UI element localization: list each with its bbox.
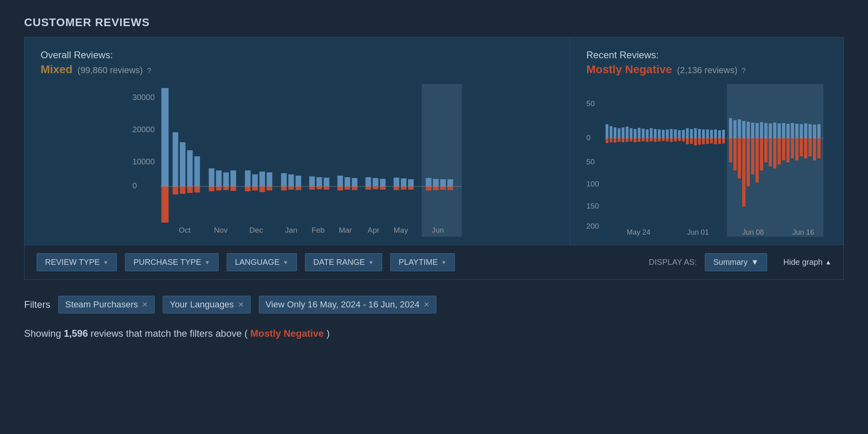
svg-rect-133 (630, 138, 633, 141)
svg-rect-44 (231, 186, 236, 191)
svg-rect-51 (296, 186, 301, 190)
svg-rect-36 (162, 186, 169, 223)
svg-rect-109 (742, 121, 745, 138)
svg-rect-25 (352, 178, 358, 186)
purchase-type-button[interactable]: PURCHASE TYPE ▼ (125, 253, 218, 271)
svg-rect-146 (682, 138, 685, 141)
svg-rect-134 (634, 138, 637, 142)
svg-rect-162 (795, 138, 798, 160)
display-select[interactable]: Summary ▼ (705, 253, 767, 271)
svg-rect-114 (764, 123, 768, 138)
svg-rect-60 (380, 186, 386, 190)
svg-rect-93 (634, 129, 637, 138)
svg-rect-12 (231, 170, 236, 186)
recent-chart-header: Recent Reviews: Mostly Negative (2,136 r… (586, 49, 827, 76)
showing-score: Mostly Negative (250, 328, 324, 339)
svg-text:Mar: Mar (339, 226, 352, 234)
svg-text:10000: 10000 (133, 157, 155, 166)
playtime-button[interactable]: PLAYTIME ▼ (390, 253, 455, 271)
language-arrow-icon: ▼ (283, 259, 289, 266)
playtime-label: PLAYTIME (399, 258, 438, 267)
svg-rect-59 (373, 186, 379, 189)
svg-rect-142 (666, 138, 669, 141)
svg-text:50: 50 (586, 158, 595, 166)
svg-rect-103 (674, 129, 677, 138)
filter-tag-steam-purchasers-close[interactable]: ✕ (142, 300, 148, 309)
filters-bar: REVIEW TYPE ▼ PURCHASE TYPE ▼ LANGUAGE ▼… (24, 245, 844, 280)
filter-tag-your-languages-close[interactable]: ✕ (238, 300, 244, 309)
svg-rect-13 (245, 170, 251, 186)
playtime-arrow-icon: ▼ (441, 259, 446, 266)
svg-rect-66 (440, 186, 446, 190)
svg-rect-182 (702, 129, 705, 138)
overall-label: Overall Reviews: (41, 49, 554, 61)
svg-rect-110 (747, 122, 750, 138)
filter-tag-steam-purchasers-text: Steam Purchasers (65, 299, 138, 310)
showing-text: Showing 1,596 reviews that match the fil… (24, 328, 844, 339)
svg-rect-176 (718, 138, 721, 144)
svg-rect-35 (448, 179, 453, 186)
svg-text:Jun: Jun (432, 226, 444, 234)
recent-chart-area: 50 0 50 100 150 200 (586, 84, 827, 237)
svg-rect-185 (714, 129, 717, 138)
svg-rect-166 (813, 138, 816, 160)
svg-rect-47 (260, 186, 265, 192)
svg-text:200: 200 (586, 222, 599, 230)
svg-rect-6 (180, 142, 186, 186)
svg-rect-115 (769, 123, 772, 138)
svg-rect-106 (729, 118, 732, 138)
review-type-button[interactable]: REVIEW TYPE ▼ (37, 253, 117, 271)
svg-rect-165 (809, 138, 812, 156)
filter-tag-steam-purchasers: Steam Purchasers ✕ (58, 296, 155, 313)
svg-rect-88 (614, 127, 616, 138)
svg-rect-63 (408, 186, 414, 190)
svg-rect-102 (670, 129, 673, 138)
svg-rect-181 (698, 129, 701, 138)
svg-rect-164 (804, 138, 807, 158)
filter-tag-date-range: View Only 16 May, 2024 - 16 Jun, 2024 ✕ (259, 296, 436, 313)
svg-rect-180 (694, 128, 697, 138)
svg-rect-38 (180, 186, 186, 194)
svg-rect-16 (267, 172, 272, 186)
svg-rect-50 (289, 186, 294, 190)
svg-rect-61 (394, 186, 399, 190)
svg-rect-98 (654, 129, 657, 138)
overall-score-line: Mixed (99,860 reviews) ? (41, 63, 554, 76)
showing-middle: reviews that match the filters above ( (90, 328, 250, 339)
svg-rect-147 (729, 138, 732, 162)
svg-rect-54 (324, 186, 330, 190)
svg-rect-157 (773, 138, 776, 168)
svg-rect-53 (317, 186, 322, 189)
svg-rect-94 (638, 128, 641, 138)
svg-rect-43 (223, 186, 229, 190)
svg-rect-45 (245, 186, 251, 191)
svg-rect-9 (209, 168, 215, 186)
svg-rect-179 (690, 129, 693, 138)
hide-graph-button[interactable]: Hide graph ▲ (783, 258, 831, 267)
svg-rect-31 (408, 179, 414, 186)
overall-help-icon[interactable]: ? (147, 67, 151, 75)
page-title: CUSTOMER REVIEWS (24, 16, 844, 29)
recent-help-icon[interactable]: ? (741, 67, 745, 75)
svg-rect-11 (223, 172, 229, 186)
svg-text:May: May (394, 226, 408, 234)
language-button[interactable]: LANGUAGE ▼ (227, 253, 297, 271)
svg-rect-113 (760, 122, 763, 138)
svg-rect-152 (751, 138, 754, 174)
svg-rect-30 (401, 178, 407, 186)
svg-rect-153 (755, 138, 759, 182)
svg-rect-160 (786, 138, 790, 162)
date-range-button[interactable]: DATE RANGE ▼ (305, 253, 382, 271)
svg-rect-158 (778, 138, 781, 164)
recent-chart-panel: Recent Reviews: Mostly Negative (2,136 r… (570, 37, 843, 245)
showing-count: 1,596 (64, 328, 88, 339)
recent-label: Recent Reviews: (586, 49, 827, 61)
svg-rect-52 (309, 186, 315, 190)
svg-text:Nov: Nov (214, 226, 228, 234)
filter-tag-date-range-close[interactable]: ✕ (424, 300, 430, 309)
active-filters-section: Filters Steam Purchasers ✕ Your Language… (24, 280, 844, 321)
jun-highlight (422, 84, 462, 237)
hide-graph-icon: ▲ (825, 259, 831, 266)
svg-rect-138 (650, 138, 653, 141)
overall-chart-header: Overall Reviews: Mixed (99,860 reviews) … (41, 49, 554, 76)
